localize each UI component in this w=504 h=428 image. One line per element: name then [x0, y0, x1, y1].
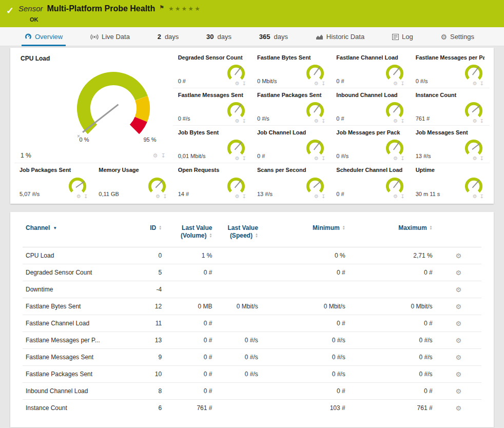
gauge-body: 13 #/s⚙↧ — [257, 173, 326, 201]
pin-icon[interactable]: ↧ — [400, 194, 404, 199]
pin-icon[interactable]: ↧ — [242, 194, 246, 199]
cell-last-value-speed — [215, 247, 261, 264]
pin-icon[interactable]: ↧ — [480, 194, 484, 199]
gauge-tile-fastlane-channel-load: Fastlane Channel Load0 #⚙↧ — [331, 51, 410, 88]
tab-overview[interactable]: Overview — [22, 27, 66, 46]
tab-log[interactable]: Log — [389, 27, 416, 46]
gauge-value: 0,01 Mbit/s — [178, 153, 206, 163]
gear-icon[interactable]: ⚙ — [314, 194, 319, 199]
gear-icon[interactable]: ⚙ — [393, 194, 398, 199]
pin-icon[interactable]: ↧ — [480, 156, 484, 161]
gauges-panel: CPU Load × 0 % 95 % 1 % ⚙ — [10, 48, 494, 204]
gauge-value: 0 # — [178, 78, 186, 88]
gear-icon[interactable]: ⚙ — [235, 156, 240, 161]
gear-icon[interactable]: ⚙ — [235, 194, 240, 199]
gauge-tile-uptime: Uptime30 m 11 s⚙↧ — [411, 163, 490, 201]
tab-historic-data[interactable]: Historic Data — [313, 27, 367, 46]
gauge-actions: ⚙↧ — [235, 194, 247, 201]
gear-icon[interactable]: ⚙ — [314, 81, 319, 86]
pin-icon[interactable]: ↧ — [84, 194, 88, 199]
cell-last-value-volume: 761 # — [165, 400, 215, 417]
priority-stars[interactable]: ★★★★★ — [168, 5, 201, 12]
column-header-speed[interactable]: Last Value(Speed)▲▼ — [215, 219, 261, 247]
pin-icon[interactable]: ↧ — [163, 194, 167, 199]
pin-icon[interactable]: ↧ — [480, 81, 484, 86]
gear-icon[interactable]: ⚙ — [473, 194, 477, 199]
cell-actions: ⚙ — [436, 315, 481, 332]
gear-icon[interactable]: ⚙ — [473, 81, 477, 86]
column-header-min[interactable]: Minimum▲▼ — [261, 219, 348, 247]
gauge-title: Fastlane Messages Sent — [178, 91, 247, 99]
tab-label: Settings — [450, 33, 474, 41]
channel-settings-gear-icon[interactable]: ⚙ — [455, 320, 461, 327]
column-label: Last Value — [227, 224, 258, 231]
gauge-dial — [67, 177, 88, 196]
gauge-dial: × 0 % 95 % — [54, 61, 172, 143]
gear-icon[interactable]: ⚙ — [393, 156, 398, 161]
cell-maximum: 2,71 % — [348, 247, 436, 264]
gauge-title: Open Requests — [178, 166, 247, 173]
gear-icon[interactable]: ⚙ — [76, 194, 81, 199]
column-header-volume[interactable]: Last Value(Volume)▲▼ — [165, 219, 215, 247]
channel-settings-gear-icon[interactable]: ⚙ — [455, 252, 461, 260]
channel-settings-gear-icon[interactable]: ⚙ — [455, 354, 461, 361]
pin-icon[interactable]: ↧ — [242, 156, 246, 161]
gear-icon[interactable]: ⚙ — [156, 194, 160, 199]
gear-icon[interactable]: ⚙ — [235, 81, 240, 86]
flag-icon[interactable]: ⚑ — [159, 4, 164, 11]
tab-label-strong: 365 — [259, 33, 270, 41]
pin-icon[interactable]: ↧ — [400, 81, 404, 86]
gear-icon[interactable]: ⚙ — [314, 119, 319, 124]
gear-icon[interactable]: ⚙ — [393, 119, 398, 124]
gauge-column: ⚙↧ — [463, 177, 484, 201]
channel-settings-gear-icon[interactable]: ⚙ — [455, 303, 461, 310]
gauge-title: Job Bytes Sent — [178, 129, 247, 136]
gauge-dial — [463, 64, 484, 83]
gauge-tile-fastlane-packages-sent: Fastlane Packages Sent0 #/s⚙↧ — [252, 88, 331, 126]
tab-live-data[interactable]: Live Data — [87, 27, 133, 46]
gauge-body: 0 #/s⚙↧ — [178, 99, 247, 125]
pin-icon[interactable]: ↧ — [321, 81, 325, 86]
gear-icon[interactable]: ⚙ — [153, 152, 158, 159]
gear-icon[interactable]: ⚙ — [235, 119, 240, 124]
gear-icon[interactable]: ⚙ — [473, 156, 477, 161]
tab-2-days[interactable]: 2days — [154, 27, 182, 46]
channel-settings-gear-icon[interactable]: ⚙ — [455, 269, 461, 277]
tab-30-days[interactable]: 30days — [203, 27, 235, 46]
pin-icon[interactable]: ↧ — [321, 194, 325, 199]
gauge-value: 0 Mbit/s — [257, 78, 277, 88]
tab-365-days[interactable]: 365days — [256, 27, 291, 46]
gauge-title: Job Channel Load — [257, 129, 326, 136]
pin-icon[interactable]: ↧ — [480, 119, 484, 124]
channel-settings-gear-icon[interactable]: ⚙ — [455, 387, 461, 395]
column-header-channel[interactable]: Channel▼ — [23, 219, 133, 247]
cell-last-value-speed — [215, 383, 261, 400]
column-header-id[interactable]: ID▲▼ — [133, 219, 165, 247]
pin-icon[interactable]: ↧ — [242, 81, 246, 86]
cell-id: 10 — [133, 366, 165, 383]
tab-bar: OverviewLive Data2days30days365daysHisto… — [0, 27, 504, 46]
channel-settings-gear-icon[interactable]: ⚙ — [455, 371, 461, 378]
pin-icon[interactable]: ↧ — [321, 119, 325, 124]
pin-icon[interactable]: ↧ — [242, 119, 246, 124]
gauge-tile-job-channel-load: Job Channel Load0 #⚙↧ — [252, 126, 331, 163]
gear-icon[interactable]: ⚙ — [314, 156, 319, 161]
cell-channel: Fastlane Packages Sent — [23, 366, 133, 383]
gear-icon[interactable]: ⚙ — [393, 81, 398, 86]
gear-icon[interactable]: ⚙ — [473, 119, 477, 124]
cell-minimum: 0 #/s — [261, 332, 348, 349]
gauge-actions: ⚙↧ — [314, 156, 326, 163]
channel-settings-gear-icon[interactable]: ⚙ — [455, 286, 461, 294]
gauge-actions: ⚙↧ — [393, 119, 405, 125]
pin-icon[interactable]: ↧ — [400, 156, 404, 161]
tab-settings[interactable]: ⚙Settings — [437, 27, 477, 46]
column-header-max[interactable]: Maximum▲▼ — [348, 219, 436, 247]
channel-settings-gear-icon[interactable]: ⚙ — [455, 404, 461, 412]
channel-settings-gear-icon[interactable]: ⚙ — [455, 337, 461, 344]
cell-minimum: 0 # — [261, 315, 348, 332]
pin-icon[interactable]: ↧ — [161, 152, 165, 159]
log-icon — [392, 34, 399, 40]
pin-icon[interactable]: ↧ — [321, 156, 325, 161]
pin-icon[interactable]: ↧ — [400, 119, 404, 124]
column-label: Last Value — [182, 224, 212, 231]
